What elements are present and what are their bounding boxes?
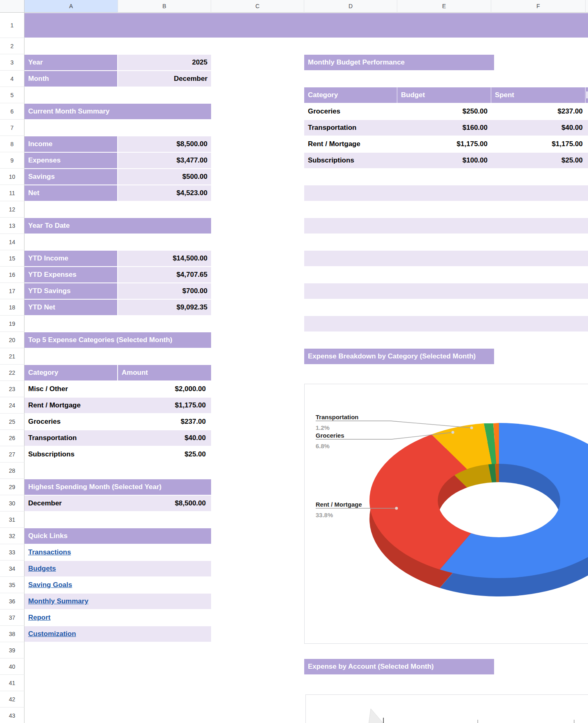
empty-band-row[interactable] bbox=[304, 316, 588, 331]
cell-income-label[interactable]: Income bbox=[24, 136, 117, 152]
row-header-38[interactable]: 38 bbox=[0, 626, 24, 642]
top5-row[interactable]: Rent / Mortgage$1,175.00 bbox=[24, 398, 211, 413]
row-header-10[interactable]: 10 bbox=[0, 169, 24, 185]
link-customization[interactable]: Customization bbox=[28, 626, 76, 642]
empty-band-row[interactable] bbox=[304, 283, 588, 299]
top5-header-amount[interactable]: Amount bbox=[118, 365, 211, 380]
section-expense-breakdown-title[interactable]: Expense Breakdown by Category (Selected … bbox=[304, 349, 494, 364]
row-header-29[interactable]: 29 bbox=[0, 479, 24, 495]
cell-ytd-expenses-value[interactable]: $4,707.65 bbox=[118, 267, 211, 283]
cell-ytd-expenses-label[interactable]: YTD Expenses bbox=[24, 267, 117, 283]
row-header-25[interactable]: 25 bbox=[0, 414, 24, 430]
title-banner-cell[interactable] bbox=[24, 13, 588, 38]
budget-row[interactable]: Transportation$160.00$40.00 bbox=[304, 120, 588, 136]
column-header-F[interactable]: F bbox=[491, 0, 586, 13]
row-header-5[interactable]: 5 bbox=[0, 87, 24, 103]
row-header-42[interactable]: 42 bbox=[0, 691, 24, 707]
top5-row[interactable]: Misc / Other$2,000.00 bbox=[24, 381, 211, 397]
row-header-28[interactable]: 28 bbox=[0, 463, 24, 479]
cell-savings-label[interactable]: Savings bbox=[24, 169, 117, 185]
cell-year-label[interactable]: Year bbox=[24, 55, 117, 70]
budget-row[interactable]: Rent / Mortgage$1,175.00$1,175.00 bbox=[304, 136, 588, 152]
link-budgets[interactable]: Budgets bbox=[28, 561, 56, 576]
cell-income-value[interactable]: $8,500.00 bbox=[118, 136, 211, 152]
row-header-22[interactable]: 22 bbox=[0, 365, 24, 381]
row-header-37[interactable]: 37 bbox=[0, 610, 24, 626]
row-header-24[interactable]: 24 bbox=[0, 397, 24, 414]
top5-header-category[interactable]: Category bbox=[24, 365, 117, 380]
row-header-21[interactable]: 21 bbox=[0, 348, 24, 365]
link-saving-goals[interactable]: Saving Goals bbox=[28, 577, 72, 593]
cell-ytd-income-label[interactable]: YTD Income bbox=[24, 251, 117, 266]
row-header-27[interactable]: 27 bbox=[0, 446, 24, 463]
row-header-8[interactable]: 8 bbox=[0, 136, 24, 152]
cell-year-value[interactable]: 2025 bbox=[118, 55, 211, 70]
row-header-26[interactable]: 26 bbox=[0, 430, 24, 446]
column-header-D[interactable]: D bbox=[304, 0, 397, 13]
empty-band-row[interactable] bbox=[304, 251, 588, 266]
budget-row[interactable]: Groceries$250.00$237.00 bbox=[304, 104, 588, 119]
section-expense-by-account-title[interactable]: Expense by Account (Selected Month) bbox=[304, 659, 494, 674]
section-budget-performance-title[interactable]: Monthly Budget Performance bbox=[304, 55, 494, 70]
cell-net-value[interactable]: $4,523.00 bbox=[118, 185, 211, 201]
row-header-11[interactable]: 11 bbox=[0, 185, 24, 201]
row-header-39[interactable]: 39 bbox=[0, 642, 24, 658]
budget-header-spent[interactable]: Spent bbox=[491, 87, 585, 103]
select-all-corner[interactable] bbox=[0, 0, 24, 13]
budget-header-budget[interactable]: Budget bbox=[397, 87, 491, 103]
row-header-13[interactable]: 13 bbox=[0, 218, 24, 234]
column-header-A[interactable]: A bbox=[24, 0, 118, 13]
row-header-19[interactable]: 19 bbox=[0, 316, 24, 332]
budget-header-category[interactable]: Category bbox=[304, 87, 397, 103]
section-top5-title[interactable]: Top 5 Expense Categories (Selected Month… bbox=[24, 332, 211, 348]
row-header-14[interactable]: 14 bbox=[0, 234, 24, 250]
row-header-6[interactable]: 6 bbox=[0, 103, 24, 120]
column-header-C[interactable]: C bbox=[211, 0, 304, 13]
cell-ytd-income-value[interactable]: $14,500.00 bbox=[118, 251, 211, 266]
row-header-43[interactable]: 43 bbox=[0, 707, 24, 723]
row-header-16[interactable]: 16 bbox=[0, 267, 24, 283]
row-header-31[interactable]: 31 bbox=[0, 512, 24, 528]
row-header-36[interactable]: 36 bbox=[0, 593, 24, 610]
highest-month-row[interactable]: December$8,500.00 bbox=[24, 496, 211, 511]
row-header-1[interactable]: 1 bbox=[0, 13, 24, 38]
row-header-35[interactable]: 35 bbox=[0, 577, 24, 593]
section-quick-links-title[interactable]: Quick Links bbox=[24, 528, 211, 544]
cell-expenses-label[interactable]: Expenses bbox=[24, 153, 117, 168]
cell-net-label[interactable]: Net bbox=[24, 185, 117, 201]
row-header-4[interactable]: 4 bbox=[0, 71, 24, 87]
row-header-30[interactable]: 30 bbox=[0, 495, 24, 512]
cell-month-label[interactable]: Month bbox=[24, 71, 117, 87]
row-header-2[interactable]: 2 bbox=[0, 38, 24, 54]
column-header-G-clipped[interactable] bbox=[586, 0, 588, 13]
row-header-7[interactable]: 7 bbox=[0, 120, 24, 136]
row-header-9[interactable]: 9 bbox=[0, 152, 24, 169]
cell-month-value[interactable]: December bbox=[118, 71, 211, 87]
row-header-33[interactable]: 33 bbox=[0, 544, 24, 561]
row-header-20[interactable]: 20 bbox=[0, 332, 24, 348]
row-header-32[interactable]: 32 bbox=[0, 528, 24, 544]
budget-row[interactable]: Subscriptions$100.00$25.00 bbox=[304, 153, 588, 168]
link-monthly-summary[interactable]: Monthly Summary bbox=[28, 594, 88, 609]
link-report[interactable]: Report bbox=[28, 610, 51, 625]
column-header-E[interactable]: E bbox=[397, 0, 491, 13]
link-transactions[interactable]: Transactions bbox=[28, 545, 71, 560]
cell-expenses-value[interactable]: $3,477.00 bbox=[118, 153, 211, 168]
row-header-3[interactable]: 3 bbox=[0, 54, 24, 71]
row-header-23[interactable]: 23 bbox=[0, 381, 24, 397]
section-highest-title[interactable]: Highest Spending Month (Selected Year) bbox=[24, 479, 211, 495]
row-header-34[interactable]: 34 bbox=[0, 561, 24, 577]
row-header-41[interactable]: 41 bbox=[0, 675, 24, 691]
column-header-B[interactable]: B bbox=[118, 0, 211, 13]
cell-ytd-net-value[interactable]: $9,092.35 bbox=[118, 300, 211, 315]
row-header-40[interactable]: 40 bbox=[0, 658, 24, 675]
row-header-18[interactable]: 18 bbox=[0, 299, 24, 316]
row-header-15[interactable]: 15 bbox=[0, 250, 24, 267]
top5-row[interactable]: Groceries$237.00 bbox=[24, 414, 211, 429]
row-header-12[interactable]: 12 bbox=[0, 201, 24, 218]
top5-row[interactable]: Subscriptions$25.00 bbox=[24, 447, 211, 462]
section-ytd-title[interactable]: Year To Date bbox=[24, 218, 211, 234]
cell-ytd-savings-value[interactable]: $700.00 bbox=[118, 283, 211, 299]
top5-row[interactable]: Transportation$40.00 bbox=[24, 430, 211, 446]
empty-band-row[interactable] bbox=[304, 218, 588, 234]
